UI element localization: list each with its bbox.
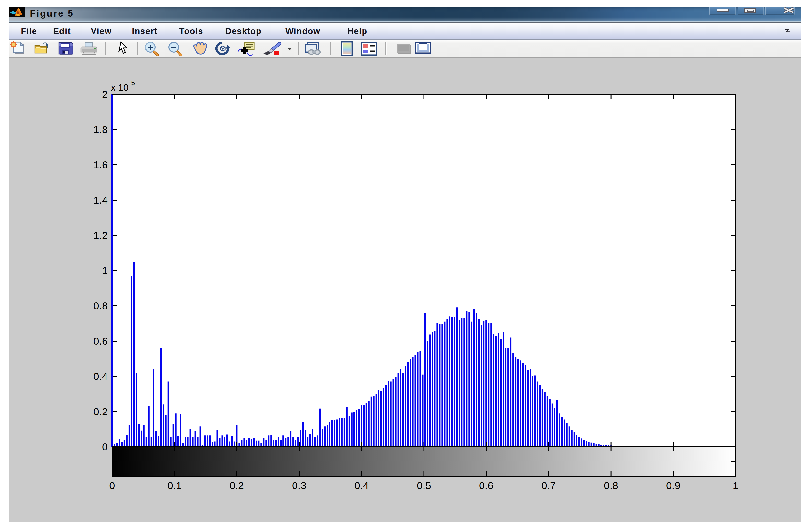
svg-text:x 10: x 10 (111, 83, 129, 93)
svg-text:5: 5 (131, 79, 135, 87)
svg-text:0.8: 0.8 (604, 480, 618, 491)
svg-text:0: 0 (102, 441, 108, 453)
svg-text:0.3: 0.3 (292, 480, 306, 491)
svg-text:0.2: 0.2 (230, 480, 244, 491)
svg-text:0.4: 0.4 (93, 371, 108, 382)
svg-text:0: 0 (109, 480, 115, 491)
svg-text:2: 2 (102, 89, 108, 100)
svg-text:0.1: 0.1 (168, 480, 182, 491)
svg-text:0.2: 0.2 (93, 406, 108, 417)
svg-text:1: 1 (733, 480, 738, 491)
svg-text:0.5: 0.5 (417, 480, 431, 491)
svg-text:1.2: 1.2 (93, 230, 108, 241)
svg-text:1.4: 1.4 (93, 195, 108, 206)
svg-text:1.6: 1.6 (93, 159, 108, 171)
svg-text:0.6: 0.6 (93, 335, 108, 347)
svg-text:0.8: 0.8 (93, 300, 108, 312)
svg-text:0.9: 0.9 (666, 480, 680, 491)
svg-text:1.8: 1.8 (93, 124, 108, 135)
svg-text:0.7: 0.7 (541, 480, 556, 491)
svg-text:0.6: 0.6 (479, 480, 493, 491)
svg-text:0.4: 0.4 (354, 480, 369, 491)
svg-text:1: 1 (102, 265, 108, 276)
